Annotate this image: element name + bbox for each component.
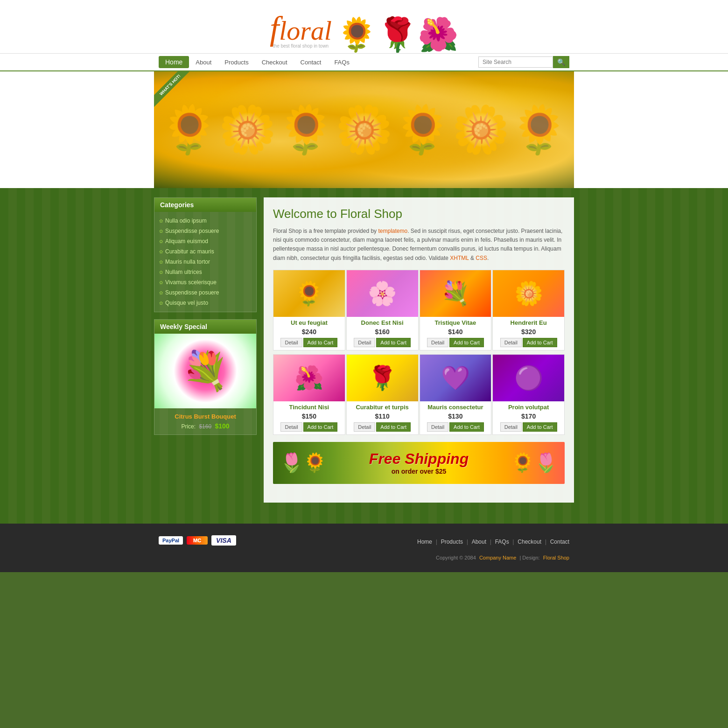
nav-inner: Home About Products Checkout Contact FAQ… — [154, 54, 574, 70]
product-card-5: 🌺 Tincidunt Nisi $150 Detail Add to Cart — [273, 354, 345, 435]
cart-button-7[interactable]: Add to Cart — [449, 422, 484, 432]
footer-design-sep: | Design: — [519, 555, 539, 560]
nav-faqs[interactable]: FAQs — [328, 56, 356, 68]
cart-button-4[interactable]: Add to Cart — [523, 338, 557, 347]
weekly-special-name[interactable]: Citrus Burst Bouquet — [159, 413, 252, 420]
detail-button-8[interactable]: Detail — [500, 422, 522, 432]
whats-hot-text: WHAT'S HOT! — [154, 71, 193, 107]
footer-separator-4: | — [511, 538, 516, 545]
copyright-text: Copyright © 2084 — [436, 555, 476, 560]
weekly-special-price: Price: $160 $100 — [159, 422, 252, 430]
product-actions-3: Detail Add to Cart — [420, 338, 491, 350]
weekly-special-box: Weekly Special 💐 Citrus Burst Bouquet Pr… — [154, 319, 257, 435]
product-name-3: Tristique Vitae — [420, 317, 491, 327]
product-image-3: 💐 — [420, 270, 491, 317]
footer-link-contact[interactable]: Contact — [550, 539, 569, 545]
detail-button-5[interactable]: Detail — [280, 422, 302, 432]
link-css[interactable]: CSS — [476, 255, 487, 261]
category-item-9[interactable]: Quisque vel justo — [159, 298, 252, 308]
shipping-flower-left: 🌷🌻 — [280, 452, 327, 474]
detail-button-7[interactable]: Detail — [427, 422, 448, 432]
footer: PayPal MC VISA Home | Products | About |… — [0, 524, 728, 572]
product-price-3: $140 — [420, 327, 491, 338]
visa-badge: VISA — [211, 535, 236, 546]
shipping-flower-right: 🌻🌷 — [511, 452, 558, 474]
logo-text: floral — [270, 12, 332, 45]
mastercard-badge: MC — [187, 536, 208, 545]
logo-tagline: the best floral shop in town — [270, 43, 332, 49]
footer-link-about[interactable]: About — [472, 539, 486, 545]
hero-container: 🌻🌼🌻🌼🌻🌼🌻 WHAT'S HOT! — [154, 71, 574, 188]
cart-button-3[interactable]: Add to Cart — [449, 338, 484, 347]
detail-button-6[interactable]: Detail — [354, 422, 375, 432]
product-actions-8: Detail Add to Cart — [493, 422, 564, 434]
footer-design-link[interactable]: Floral Shop — [543, 555, 569, 560]
header: floral the best floral shop in town 🌻🌹🌺 … — [0, 0, 728, 71]
cart-button-2[interactable]: Add to Cart — [376, 338, 411, 347]
product-price-1: $240 — [273, 327, 345, 338]
footer-copyright: Copyright © 2084 Company Name | Design: … — [154, 555, 574, 565]
cart-button-6[interactable]: Add to Cart — [376, 422, 411, 432]
footer-link-checkout[interactable]: Checkout — [518, 539, 541, 545]
search-area: 🔍 — [478, 56, 569, 68]
product-name-4: Hendrerit Eu — [493, 317, 564, 327]
footer-inner: PayPal MC VISA Home | Products | About |… — [154, 531, 574, 565]
category-item-3[interactable]: Aliquam euismod — [159, 236, 252, 246]
search-input[interactable] — [478, 56, 553, 68]
nav-about[interactable]: About — [189, 56, 218, 68]
category-item-8[interactable]: Suspendisse posuere — [159, 287, 252, 298]
footer-link-home[interactable]: Home — [417, 539, 432, 545]
shipping-text-wrap: Free Shipping on order over $25 — [369, 450, 469, 475]
detail-button-2[interactable]: Detail — [354, 338, 375, 347]
content-area: Welcome to Floral Shop Floral Shop is a … — [264, 197, 574, 510]
product-name-1: Ut eu feugiat — [273, 317, 345, 327]
nav-home[interactable]: Home — [159, 56, 189, 68]
nav-products[interactable]: Products — [218, 56, 255, 68]
welcome-text: Floral Shop is a free template provided … — [273, 227, 565, 263]
category-item-4[interactable]: Curabitur ac mauris — [159, 246, 252, 257]
product-name-6: Curabitur et turpis — [347, 401, 418, 412]
shipping-banner: 🌷🌻 🌻🌷 Free Shipping on order over $25 — [273, 442, 565, 484]
detail-button-1[interactable]: Detail — [280, 338, 302, 347]
nav-contact[interactable]: Contact — [294, 56, 328, 68]
link-xhtml[interactable]: XHTML — [450, 255, 469, 261]
cart-button-8[interactable]: Add to Cart — [523, 422, 557, 432]
link-templatemo[interactable]: templatemo — [378, 228, 407, 234]
category-item-6[interactable]: Nullam ultrices — [159, 267, 252, 277]
product-price-6: $110 — [347, 412, 418, 422]
footer-link-faqs[interactable]: FAQs — [495, 539, 509, 545]
price-new: $100 — [215, 422, 229, 430]
nav-bar: Home About Products Checkout Contact FAQ… — [0, 53, 728, 71]
product-card-4: 🌼 Hendrerit Eu $320 Detail Add to Cart — [492, 270, 565, 350]
main-background: Categories Nulla odio ipsum Suspendisse … — [0, 188, 728, 524]
shipping-main-text: Free Shipping — [369, 450, 469, 468]
shipping-sub-text: on order over $25 — [369, 468, 469, 475]
product-name-8: Proin volutpat — [493, 401, 564, 412]
product-name-2: Donec Est Nisi — [347, 317, 418, 327]
detail-button-3[interactable]: Detail — [427, 338, 448, 347]
footer-links: Home | Products | About | FAQs | Checkou… — [417, 538, 569, 545]
paypal-badge: PayPal — [159, 536, 183, 545]
category-item-5[interactable]: Mauris nulla tortor — [159, 257, 252, 267]
product-actions-7: Detail Add to Cart — [420, 422, 491, 434]
product-price-5: $150 — [273, 412, 345, 422]
cart-button-1[interactable]: Add to Cart — [303, 338, 338, 347]
product-card-1: 🌻 Ut eu feugiat $240 Detail Add to Cart — [273, 270, 345, 350]
nav-checkout[interactable]: Checkout — [255, 56, 294, 68]
product-actions-1: Detail Add to Cart — [273, 338, 345, 350]
footer-link-products[interactable]: Products — [441, 539, 463, 545]
category-item-7[interactable]: Vivamus scelerisque — [159, 277, 252, 287]
product-card-7: 💜 Mauris consectetur $130 Detail Add to … — [420, 354, 492, 435]
product-image-7: 💜 — [420, 355, 491, 401]
search-button[interactable]: 🔍 — [553, 56, 569, 68]
category-item-1[interactable]: Nulla odio ipsum — [159, 216, 252, 226]
footer-separator-1: | — [434, 538, 439, 545]
category-item-2[interactable]: Suspendisse posuere — [159, 226, 252, 236]
product-image-4: 🌼 — [493, 270, 564, 317]
detail-button-4[interactable]: Detail — [500, 338, 522, 347]
product-card-2: 🌸 Donec Est Nisi $160 Detail Add to Cart — [346, 270, 419, 350]
cart-button-5[interactable]: Add to Cart — [303, 422, 338, 432]
footer-separator-2: | — [465, 538, 470, 545]
footer-company-link[interactable]: Company Name — [479, 555, 516, 560]
product-actions-2: Detail Add to Cart — [347, 338, 418, 350]
